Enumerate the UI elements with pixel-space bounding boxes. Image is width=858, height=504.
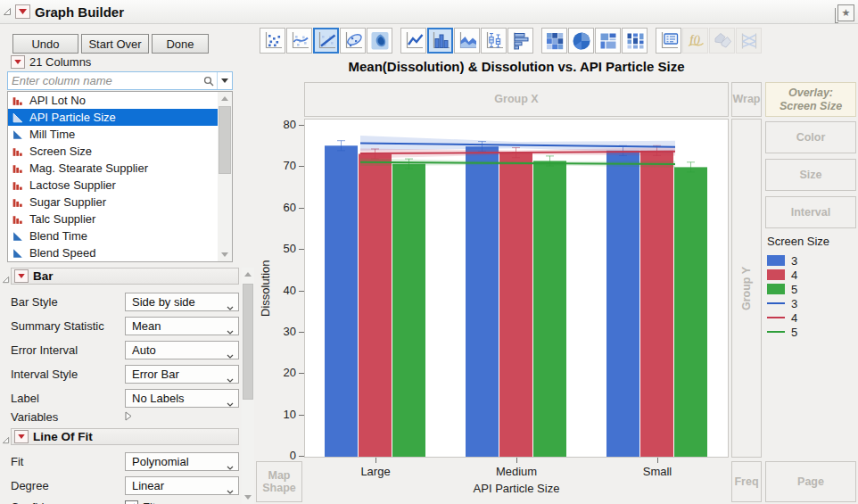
histogram-element-icon[interactable] (507, 28, 533, 54)
y-tick-mark (299, 332, 304, 333)
bar-red-triangle-menu-icon[interactable] (14, 269, 29, 283)
search-icon[interactable] (201, 76, 217, 87)
column-item-api-lot-no[interactable]: API Lot No (8, 92, 218, 109)
column-item-api-particle-size[interactable]: API Particle Size (8, 109, 218, 126)
x-tick-label: Medium (476, 465, 557, 478)
column-item-label: Talc Supplier (29, 212, 95, 226)
collapse-triangle-icon[interactable] (3, 7, 12, 16)
zone-freq[interactable]: Freq (731, 461, 762, 502)
fit-dropdown[interactable]: Polynomial (125, 452, 239, 471)
legend-item-line-3[interactable]: 3 (767, 296, 829, 310)
pie-element-icon[interactable] (568, 28, 594, 54)
column-item-blend-time[interactable]: Blend Time (8, 227, 218, 244)
degree-row: DegreeLinear (11, 474, 239, 498)
y-tick-mark (299, 208, 304, 209)
column-item-lactose-supplier[interactable]: Lactose Supplier (8, 177, 218, 194)
treemap-element-icon[interactable] (595, 28, 621, 54)
legend-item-label: 5 (791, 283, 797, 296)
box-plot-element-icon[interactable] (481, 28, 507, 54)
smoother-element-icon[interactable] (286, 28, 312, 54)
zone-overlay[interactable]: Overlay: Screen Size (765, 82, 856, 117)
fit-value: Polynomial (132, 455, 189, 468)
map-shapes-element-icon[interactable] (709, 28, 735, 54)
ellipse-element-icon[interactable] (340, 28, 366, 54)
chevron-down-icon (227, 300, 234, 313)
y-tick-mark (299, 125, 304, 126)
search-dropdown-icon[interactable] (218, 78, 232, 83)
zone-group-x[interactable]: Group X (304, 82, 729, 117)
label-dropdown[interactable]: No Labels (125, 389, 239, 408)
zone-map-shape[interactable]: Map Shape (256, 461, 302, 502)
parallel-plot-element-icon[interactable] (736, 28, 762, 54)
contour-element-icon[interactable] (367, 28, 392, 54)
zone-wrap[interactable]: Wrap (731, 82, 762, 117)
confidence-fit-checkbox[interactable] (125, 500, 138, 504)
y-tick-label: 70 (255, 159, 296, 172)
summary-statistic-label: Summary Statistic (11, 319, 125, 333)
column-item-sugar-supplier[interactable]: Sugar Supplier (8, 194, 218, 211)
zone-page[interactable]: Page (765, 461, 856, 502)
column-item-talc-supplier[interactable]: Talc Supplier (8, 211, 218, 227)
confidence-row: Confidence Fit (11, 498, 239, 504)
error-interval-dropdown[interactable]: Auto (125, 341, 239, 359)
column-item-mag-stearate-supplier[interactable]: Mag. Stearate Supplier (8, 160, 218, 177)
window-title: Graph Builder (35, 4, 124, 20)
column-item-screen-size[interactable]: Screen Size (8, 143, 218, 160)
bar-element-icon[interactable] (427, 28, 453, 54)
legend-item-swatch-5[interactable]: 5 (767, 282, 829, 296)
zone-group-y[interactable]: Group Y (731, 119, 762, 458)
column-item-label: API Particle Size (29, 111, 116, 124)
legend-item-swatch-4[interactable]: 4 (767, 268, 829, 282)
zone-color[interactable]: Color (765, 121, 856, 153)
heatmap-element-icon[interactable] (541, 28, 567, 54)
column-item-mill-time[interactable]: Mill Time (8, 126, 218, 143)
column-item-blend-speed[interactable]: Blend Speed (8, 244, 218, 261)
legend-item-swatch-3[interactable]: 3 (767, 253, 829, 268)
summary-statistic-dropdown[interactable]: Mean (125, 317, 239, 335)
properties-scrollbar[interactable] (242, 268, 254, 504)
line-of-fit-element-icon[interactable] (313, 28, 339, 54)
plot-area[interactable] (304, 119, 729, 458)
error-interval-label: Error Interval (11, 343, 125, 357)
done-button[interactable]: Done (152, 34, 209, 54)
variables-disclosure-icon[interactable] (125, 410, 132, 424)
red-triangle-menu-icon[interactable] (15, 4, 30, 19)
fit-collapse-icon[interactable] (2, 432, 11, 448)
confidence-label: Confidence (11, 500, 125, 504)
column-search-input[interactable] (8, 74, 201, 87)
legend-item-line-4[interactable]: 4 (767, 310, 829, 325)
legend-item-label: 5 (791, 326, 797, 339)
columns-red-triangle-menu-icon[interactable] (11, 55, 25, 69)
undo-button[interactable]: Undo (12, 34, 78, 54)
line-element-icon[interactable] (400, 28, 426, 54)
columns-header: 21 Columns (7, 55, 91, 69)
bar-style-dropdown[interactable]: Side by side (125, 293, 239, 311)
bookmark-star-icon[interactable]: ★ (837, 4, 854, 21)
bar-collapse-icon[interactable] (2, 271, 11, 287)
variables-label: Variables (11, 410, 125, 424)
nominal-column-icon (12, 179, 25, 191)
y-tick-mark (299, 373, 304, 374)
area-element-icon[interactable] (454, 28, 480, 54)
y-tick-label: 10 (255, 408, 296, 421)
degree-dropdown[interactable]: Linear (125, 476, 239, 495)
legend-swatch-icon (767, 269, 785, 280)
mosaic-element-icon[interactable] (622, 28, 648, 54)
fit-red-triangle-menu-icon[interactable] (14, 430, 29, 443)
y-tick-label: 0 (255, 449, 296, 462)
legend-item-label: 4 (791, 311, 797, 325)
interval-style-row: Interval StyleError Bar (11, 362, 239, 386)
column-list-scrollbar[interactable] (218, 92, 232, 261)
legend-item-line-5[interactable]: 5 (767, 325, 829, 339)
y-tick-label: 80 (255, 118, 296, 131)
interval-style-dropdown[interactable]: Error Bar (125, 365, 239, 384)
start-over-button[interactable]: Start Over (81, 34, 149, 54)
caption-box-element-icon[interactable] (656, 28, 681, 54)
column-item-label: Mag. Stearate Supplier (29, 161, 148, 175)
formula-element-icon[interactable]: f() (682, 28, 708, 54)
points-element-icon[interactable] (260, 28, 285, 54)
bar-section-header[interactable]: Bar (11, 268, 239, 285)
zone-size[interactable]: Size (765, 159, 856, 191)
line-of-fit-section-header[interactable]: Line Of Fit (11, 428, 239, 445)
zone-interval[interactable]: Interval (765, 196, 856, 228)
